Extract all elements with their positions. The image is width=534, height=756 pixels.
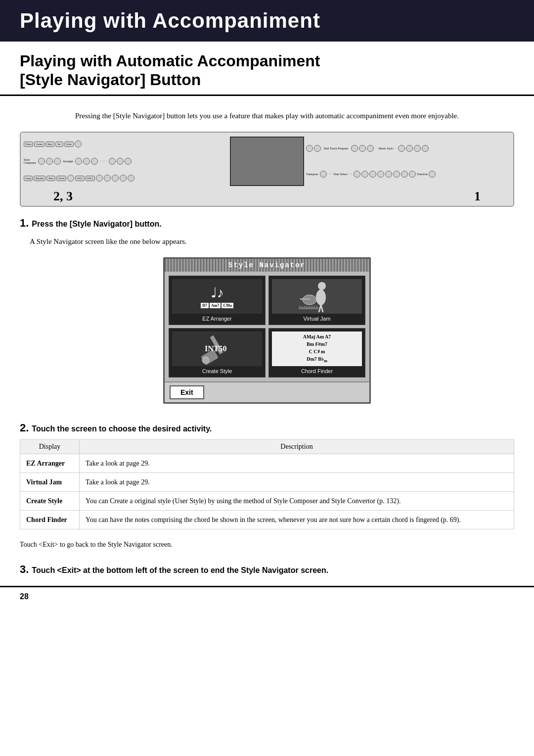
- kb-btn-circle: [120, 175, 127, 182]
- style-navigator-container: Style Navigator ♩♪ D7 Am7 CMa: [20, 257, 514, 404]
- step-3-section: 3. Touch <Exit> at the bottom left of th…: [0, 558, 534, 586]
- step-1-header: 1. Press the [Style Navigator] button.: [20, 217, 514, 230]
- kb-btn-circle: [38, 158, 45, 165]
- svg-point-1: [316, 289, 326, 305]
- table-header-display: Display: [20, 439, 80, 454]
- kb-btn-circle: [109, 158, 116, 165]
- kb-btn-circle: [361, 171, 368, 178]
- sn-item-create-style-image: INT50: [172, 331, 262, 366]
- kb-btn-circle: [125, 158, 132, 165]
- intro-text: Pressing the [Style Navigator] button le…: [0, 105, 534, 132]
- sn-item-chord-finder-label: Chord Finder: [272, 368, 362, 374]
- style-navigator-title: Style Navigator: [165, 259, 369, 272]
- kb-btn-circle: [83, 158, 90, 165]
- keyboard-right-controls: Dial Touch Program · · Music Style · · T…: [306, 137, 510, 186]
- step-2-section: 2. Touch the screen to choose the desire…: [0, 417, 534, 558]
- step-1-desc: A Style Navigator screen like the one be…: [20, 234, 514, 252]
- exit-button[interactable]: Exit: [170, 385, 204, 399]
- kb-btn-circle: [385, 171, 392, 178]
- kb-btn-circle: [117, 158, 124, 165]
- sn-item-virtual-jam-image: [272, 279, 362, 314]
- kb-btn-circle: [377, 171, 384, 178]
- table-cell-desc-3: You can have the notes comprising the ch…: [80, 510, 514, 529]
- kb-label: Arranger: [63, 160, 74, 163]
- svg-rect-5: [300, 298, 310, 300]
- kb-btn-circle: [406, 145, 413, 152]
- kb-label: · · Music Style · ·: [376, 147, 396, 150]
- kb-btn-circle: [359, 145, 366, 152]
- kb-btn: Song: [24, 176, 33, 181]
- step-1-number: 1.: [20, 217, 29, 230]
- page-number: 28: [20, 592, 29, 601]
- step-2-label: Touch the screen to choose the desired a…: [32, 425, 212, 433]
- chord-finder-text: AMaj Am A7 Bm F#m7 C C♯ m Dm7 B♭m: [275, 333, 359, 364]
- step-1-label: Press the [Style Navigator] button.: [32, 220, 161, 229]
- kb-btn-circle: [75, 158, 82, 165]
- step-1-section: 1. Press the [Style Navigator] button. A…: [0, 212, 534, 417]
- sn-item-create-style[interactable]: INT50 Create Style: [169, 328, 266, 378]
- kb-btn: Choir: [64, 142, 74, 147]
- kb-btn-circle: [67, 175, 74, 182]
- kb-btn-circle: [128, 175, 134, 182]
- kb-label: Function: [417, 173, 427, 176]
- step-3-header: 3. Touch <Exit> at the bottom left of th…: [20, 563, 514, 576]
- kb-btn: Chord: [56, 176, 67, 181]
- table-row: Chord Finder You can have the notes comp…: [20, 510, 514, 529]
- kb-btn-circle: [91, 158, 98, 165]
- kb-btn: Bass: [45, 142, 54, 147]
- table-header-description: Description: [80, 439, 514, 454]
- kb-btn-circle: [54, 158, 61, 165]
- ez-arranger-icon: ♩♪: [211, 284, 224, 301]
- step-3-number: 3.: [20, 563, 29, 576]
- keyboard-diagram: Piano Guitar Bass Str Choir StyleCompose…: [20, 132, 514, 207]
- kb-label: Dial Touch Program: [324, 147, 348, 150]
- kb-btn: Bass: [46, 176, 55, 181]
- diagram-number-left: 2, 3: [53, 189, 73, 204]
- kb-btn-circle: [369, 171, 376, 178]
- table-cell-display-0: EZ Arranger: [20, 454, 80, 472]
- keyboard-display-screen: [230, 137, 304, 186]
- ez-arranger-chords: D7 Am7 CMa: [201, 303, 233, 308]
- kb-btn-circle: [46, 158, 53, 165]
- diagram-number-right: 1: [474, 189, 481, 204]
- kb-btn-circle: [409, 171, 416, 178]
- table-cell-display-1: Virtual Jam: [20, 472, 80, 491]
- style-navigator-exit-bar: Exit: [165, 381, 369, 402]
- kb-btn-circle: [393, 171, 400, 178]
- svg-point-16: [202, 357, 209, 364]
- sn-item-virtual-jam[interactable]: Virtual Jam: [268, 276, 365, 325]
- kb-btn-circle: [351, 145, 358, 152]
- create-style-icon: INT50: [200, 332, 234, 365]
- kb-label: StyleComposer: [24, 158, 36, 164]
- kb-btn-circle: [306, 145, 313, 152]
- kb-btn-circle: [75, 141, 82, 147]
- table-row: Create Style You can Create a original s…: [20, 491, 514, 510]
- sn-item-virtual-jam-label: Virtual Jam: [272, 316, 362, 322]
- sn-item-ez-arranger[interactable]: ♩♪ D7 Am7 CMa EZ Arranger: [169, 276, 266, 325]
- table-cell-desc-1: Take a look at page 29.: [80, 472, 514, 491]
- sn-item-ez-arranger-image: ♩♪ D7 Am7 CMa: [172, 279, 262, 314]
- kb-btn-circle: [401, 171, 408, 178]
- svg-point-0: [318, 282, 326, 290]
- keyboard-left-controls: Piano Guitar Bass Str Choir StyleCompose…: [24, 137, 228, 186]
- kb-btn-circle: [398, 145, 405, 152]
- kb-btn: Guitar: [34, 142, 44, 147]
- sn-item-chord-finder-image: AMaj Am A7 Bm F#m7 C C♯ m Dm7 B♭m: [272, 331, 362, 366]
- kb-btn: Fill 2: [86, 176, 95, 181]
- page-footer: 28: [0, 586, 534, 606]
- step-2-number: 2.: [20, 422, 29, 434]
- page-title: Playing with Accompaniment: [20, 9, 514, 33]
- table-row: Virtual Jam Take a look at page 29.: [20, 472, 514, 491]
- sn-item-ez-arranger-label: EZ Arranger: [172, 316, 262, 322]
- kb-btn-circle: [112, 175, 119, 182]
- section-heading: Playing with Automatic Accompaniment [St…: [0, 42, 534, 96]
- diagram-numbers: 2, 3 1: [24, 186, 510, 206]
- table-cell-desc-0: Take a look at page 29.: [80, 454, 514, 472]
- kb-btn-circle: [96, 175, 103, 182]
- sn-item-chord-finder[interactable]: AMaj Am A7 Bm F#m7 C C♯ m Dm7 B♭m Chord …: [268, 328, 365, 378]
- kb-btn-circle: [314, 145, 321, 152]
- table-cell-display-3: Chord Finder: [20, 510, 80, 529]
- kb-label: · · · · ·: [100, 160, 107, 163]
- style-navigator-grid: ♩♪ D7 Am7 CMa EZ Arranger: [165, 272, 369, 381]
- step-2-header: 2. Touch the screen to choose the desire…: [20, 422, 514, 434]
